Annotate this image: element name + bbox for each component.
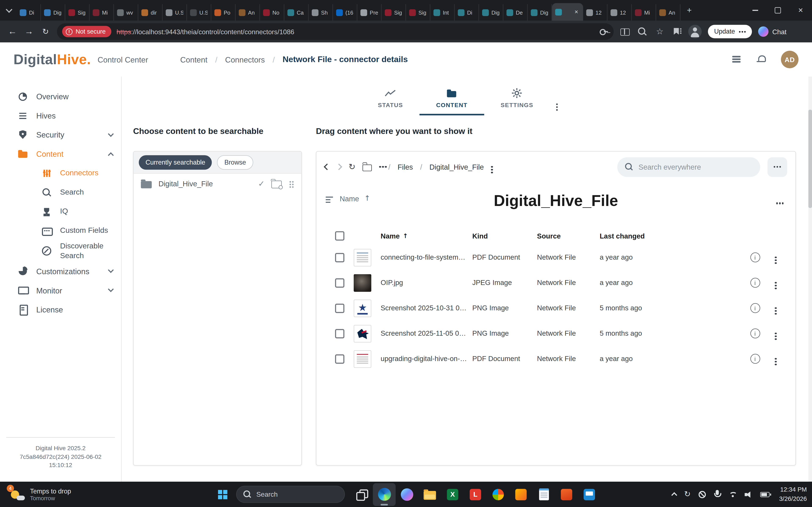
window-close-button[interactable] — [789, 0, 812, 21]
tab-search-chevron-icon[interactable] — [3, 5, 14, 16]
browser-tab[interactable]: Int — [430, 4, 455, 21]
volume-icon[interactable] — [745, 491, 752, 498]
tab-content[interactable]: CONTENT — [419, 88, 484, 115]
info-icon[interactable] — [750, 354, 760, 364]
refresh-icon[interactable] — [349, 163, 355, 171]
hive-stack-icon[interactable] — [731, 54, 742, 65]
folder-tree-icon[interactable] — [363, 164, 372, 171]
back-button[interactable]: ← — [7, 26, 17, 37]
tab-settings[interactable]: SETTINGS — [484, 88, 550, 115]
page-refresh-icon[interactable]: ↻ — [40, 27, 51, 36]
taskbar-app-button[interactable] — [487, 483, 510, 506]
nav-back-icon[interactable] — [324, 164, 330, 170]
browser-tab[interactable]: No — [260, 4, 284, 21]
password-key-icon[interactable] — [599, 27, 608, 36]
battery-icon[interactable] — [760, 492, 769, 497]
browser-tab[interactable]: Sig — [65, 4, 90, 21]
browser-tab[interactable]: Pre — [357, 4, 382, 21]
row-checkbox[interactable] — [335, 354, 344, 363]
column-source[interactable]: Source — [537, 232, 600, 240]
folder-settings-icon[interactable] — [271, 180, 282, 188]
row-checkbox[interactable] — [335, 329, 344, 338]
clock[interactable]: 12:34 PM 3/26/2026 — [779, 485, 807, 503]
tab-status[interactable]: STATUS — [361, 88, 420, 115]
not-secure-badge[interactable]: Not secure — [62, 26, 111, 37]
sidebar-item[interactable]: Customizations — [0, 262, 121, 281]
browser-tab[interactable]: Mi — [632, 4, 656, 21]
browser-tab[interactable]: Sig — [406, 4, 430, 21]
browser-tab[interactable]: Sh — [309, 4, 333, 21]
forward-button[interactable]: → — [24, 26, 34, 37]
info-icon[interactable] — [750, 303, 760, 313]
browser-tab[interactable]: U.S — [187, 4, 211, 21]
breadcrumb-folder[interactable]: Digital_Hive_File — [429, 163, 484, 171]
digitalhive-logo[interactable]: DigitalHive. — [13, 52, 91, 68]
start-button[interactable] — [211, 483, 234, 506]
browser-tab[interactable]: Di — [16, 4, 41, 21]
nav-forward-icon[interactable] — [336, 164, 342, 170]
view-options-button[interactable] — [767, 157, 787, 177]
weather-widget[interactable]: 4 Temps to drop Tomorrow — [5, 482, 75, 507]
taskbar-search[interactable]: Search — [236, 486, 345, 503]
split-screen-icon[interactable] — [620, 27, 629, 36]
browser-tab[interactable] — [552, 3, 583, 21]
window-minimize-button[interactable] — [744, 0, 767, 21]
row-checkbox[interactable] — [335, 278, 344, 287]
taskbar-app-button[interactable] — [418, 483, 441, 506]
toolbar-more-icon[interactable] — [379, 166, 381, 168]
sidebar-item[interactable]: Search — [0, 182, 121, 202]
row-menu-icon[interactable] — [775, 307, 777, 309]
taskbar-app-button[interactable] — [555, 483, 578, 506]
sidebar-item[interactable]: Security — [0, 125, 121, 145]
info-icon[interactable] — [750, 329, 760, 338]
wifi-icon[interactable] — [728, 491, 737, 497]
sync-icon[interactable] — [684, 491, 691, 498]
folder-menu-icon[interactable] — [491, 166, 493, 168]
row-menu-icon[interactable] — [775, 333, 777, 334]
table-row[interactable]: Screenshot 2025-10-31 09... PNG Image Ne… — [335, 295, 785, 321]
taskbar-app-button[interactable] — [441, 483, 464, 506]
searchable-item-row[interactable]: Digital_Hive_File — [134, 174, 301, 193]
table-row[interactable]: Screenshot 2025-11-05 09... PNG Image Ne… — [335, 321, 785, 346]
sort-field-label[interactable]: Name — [340, 194, 359, 203]
sidebar-item[interactable]: Content — [0, 144, 121, 164]
scrollbar-thumb[interactable] — [808, 110, 812, 208]
favorites-bar-icon[interactable] — [673, 27, 682, 36]
new-tab-button[interactable] — [682, 4, 696, 17]
tab-close-icon[interactable] — [573, 8, 580, 15]
update-button[interactable]: Update — [708, 25, 752, 39]
copilot-chat-button[interactable]: Chat — [758, 26, 786, 37]
drag-handle-icon[interactable] — [290, 181, 291, 182]
browser-tab[interactable]: De — [503, 4, 527, 21]
currently-searchable-tab[interactable]: Currently searchable — [139, 155, 212, 170]
browser-tab[interactable]: dir — [138, 4, 163, 21]
visual-search-icon[interactable] — [638, 27, 647, 36]
browser-tab[interactable]: wv — [114, 4, 138, 21]
select-all-checkbox[interactable] — [335, 231, 344, 241]
info-icon[interactable] — [750, 252, 760, 262]
browser-tab[interactable]: Sig — [382, 4, 406, 21]
table-row[interactable]: connecting-to-file-system.pdf PDF Docume… — [335, 245, 785, 270]
browser-tab[interactable]: An — [236, 4, 260, 21]
profile-avatar[interactable] — [688, 25, 702, 39]
sidebar-item[interactable]: Overview — [0, 87, 121, 106]
title-more-icon[interactable] — [776, 203, 778, 204]
sidebar-item[interactable]: IQ — [0, 202, 121, 221]
row-checkbox[interactable] — [335, 252, 344, 262]
browser-tab[interactable]: (16 — [333, 4, 357, 21]
column-name[interactable]: Name — [380, 232, 400, 240]
browser-tab[interactable]: Ca — [284, 4, 308, 21]
scrollbar-track[interactable] — [808, 76, 812, 482]
table-row[interactable]: upgrading-digital-hive-on-w... PDF Docum… — [335, 346, 785, 372]
browser-tab[interactable]: Dig — [41, 4, 65, 21]
window-maximize-button[interactable] — [766, 0, 789, 21]
browser-tab[interactable]: An — [656, 4, 680, 21]
sort-direction-icon[interactable] — [364, 194, 370, 202]
browse-tab[interactable]: Browse — [217, 155, 253, 170]
sidebar-item[interactable]: Connectors — [0, 164, 121, 183]
column-kind[interactable]: Kind — [472, 232, 537, 240]
taskbar-app-button[interactable] — [373, 483, 396, 506]
column-last-changed[interactable]: Last changed — [600, 232, 744, 240]
search-box[interactable]: Search everywhere — [617, 157, 760, 177]
sidebar-item[interactable]: Custom Fields — [0, 221, 121, 240]
